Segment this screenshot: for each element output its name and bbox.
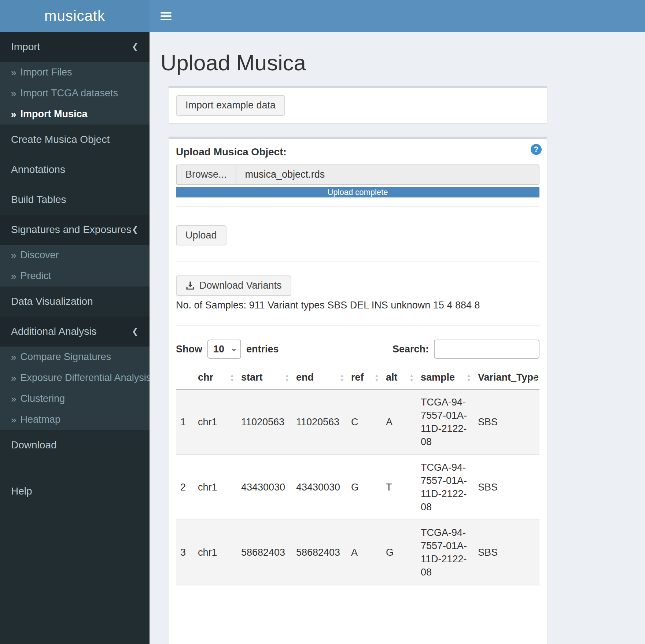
cell-end: 11020563 [292,389,347,455]
sidebar-item-clustering[interactable]: »Clustering [0,388,150,409]
help-icon[interactable]: ? [531,144,542,155]
cell-alt: A [382,389,416,455]
double-chevron-right-icon: » [11,394,15,404]
sidebar-item-label: Predict [20,270,51,282]
sidebar-item-label: Import Files [20,67,72,78]
sidebar-item-compare-signatures[interactable]: »Compare Signatures [0,347,150,367]
import-example-data-button[interactable]: Import example data [176,95,285,116]
download-variants-label: Download Variants [199,280,282,291]
sidebar-item-heatmap[interactable]: »Heatmap [0,409,150,430]
sidebar-item-import-files[interactable]: »Import Files [0,62,150,83]
sort-icons[interactable]: ▲▼ [374,373,379,382]
sort-icons[interactable]: ▲▼ [284,373,290,382]
column-header-end[interactable]: end▲▼ [292,366,347,389]
sidebar-item-annotations[interactable]: Annotations [0,155,150,185]
browse-button[interactable]: Browse... [177,165,236,184]
column-header-variant_type[interactable]: Variant_Type▲▼ [473,366,539,389]
download-icon [185,281,195,290]
sidebar-item-label: Signatures and Exposures [11,224,131,236]
sidebar-item-signatures-and-exposures[interactable]: Signatures and Exposures❮ [0,215,150,245]
column-header-label: chr [198,372,213,383]
sidebar-item-create-musica-object[interactable]: Create Musica Object [0,125,150,155]
page-size-select[interactable]: 10 [207,340,241,359]
sidebar-item-label: Import TCGA datasets [20,88,118,99]
samples-summary-text: No. of Samples: 911 Variant types SBS DE… [176,300,539,311]
sort-descending-icon: ▼ [466,378,471,382]
sort-descending-icon: ▼ [532,378,537,382]
cell-start: 11020563 [237,389,292,455]
sidebar: Import❮»Import Files»Import TCGA dataset… [0,32,150,644]
sidebar-item-import-tcga-datasets[interactable]: »Import TCGA datasets [0,83,150,104]
sort-icons[interactable]: ▲▼ [409,373,414,382]
sidebar-item-label: Additional Analysis [11,326,96,337]
upload-musica-box: ? Upload Musica Object: Browse... musica… [169,137,547,644]
sort-descending-icon: ▼ [409,378,414,382]
sidebar-item-label: Import Musica [20,108,87,120]
sidebar-item-download[interactable]: Download [0,430,150,460]
sidebar-item-discover[interactable]: »Discover [0,245,150,266]
sidebar-item-label: Import [11,41,40,53]
column-header-chr[interactable]: chr▲▼ [194,366,237,389]
column-header-label: end [296,372,314,383]
sidebar-item-label: Data Visualization [11,296,93,307]
cell-sample: TCGA-94-7557-01A-11D-2122-08 [416,389,473,455]
sidebar-item-predict[interactable]: »Predict [0,266,150,286]
app-logo[interactable]: musicatk [0,0,150,32]
sidebar-item-import-musica[interactable]: »Import Musica [0,104,150,125]
column-header-alt[interactable]: alt▲▼ [382,366,416,389]
sidebar-item-label: Heatmap [20,414,60,425]
double-chevron-right-icon: » [11,251,15,260]
cell-sample: TCGA-94-7557-01A-11D-2122-08 [416,455,473,520]
column-header-ref[interactable]: ref▲▼ [347,366,382,389]
page-title: Upload Musica [161,50,645,75]
double-chevron-right-icon: » [11,415,15,425]
sidebar-toggle-button[interactable] [150,0,183,32]
entries-label: entries [246,344,279,355]
divider [176,261,539,262]
column-header-label: alt [386,372,398,383]
download-variants-button[interactable]: Download Variants [176,275,291,296]
sidebar-item-label: Clustering [20,393,65,404]
cell-start: 58682403 [237,520,292,585]
sidebar-item-label: Build Tables [11,194,66,206]
selected-filename[interactable]: musica_object.rds [236,165,539,184]
row-number-header[interactable] [176,366,194,389]
cell-start: 43430030 [237,455,292,520]
chevron-left-icon: ❮ [132,225,139,234]
hamburger-menu-icon [161,12,172,14]
sidebar-item-data-visualization[interactable]: Data Visualization [0,286,150,317]
table-row[interactable]: 2chr14343003043430030GTTCGA-94-7557-01A-… [176,455,539,520]
column-header-start[interactable]: start▲▼ [237,366,292,389]
cell-chr: chr1 [194,520,237,585]
chevron-left-icon: ❮ [132,42,139,52]
sort-icons[interactable]: ▲▼ [339,373,344,382]
upload-progress-bar: Upload complete [176,187,539,197]
sidebar-item-label: Create Musica Object [11,134,110,145]
search-input[interactable] [434,340,539,359]
variants-table: chr▲▼start▲▼end▲▼ref▲▼alt▲▼sample▲▼Varia… [176,366,539,585]
sidebar-item-build-tables[interactable]: Build Tables [0,185,150,215]
upload-button[interactable]: Upload [176,225,226,246]
column-header-label: ref [351,372,364,383]
top-bar: musicatk [0,0,645,32]
sidebar-item-additional-analysis[interactable]: Additional Analysis❮ [0,317,150,347]
double-chevron-right-icon: » [11,68,15,77]
column-header-sample[interactable]: sample▲▼ [416,366,473,389]
sidebar-item-import[interactable]: Import❮ [0,32,150,62]
table-row[interactable]: 1chr11102056311020563CATCGA-94-7557-01A-… [176,389,539,455]
sort-icons[interactable]: ▲▼ [466,373,471,382]
import-example-box: Import example data [169,86,547,123]
table-row[interactable]: 3chr15868240358682403AGTCGA-94-7557-01A-… [176,520,539,585]
sidebar-item-label: Help [11,485,32,497]
content-area: Upload Musica Import example data ? Uplo… [150,32,645,644]
show-label: Show [176,344,202,355]
sidebar-item-exposure-differential-analysis[interactable]: »Exposure Differential Analysis [0,367,150,388]
sort-descending-icon: ▼ [339,378,344,382]
sidebar-item-help[interactable]: Help [0,476,150,506]
sort-icons[interactable]: ▲▼ [532,373,537,382]
sort-icons[interactable]: ▲▼ [229,373,235,382]
cell-ref: A [347,520,382,585]
sort-descending-icon: ▼ [284,378,290,382]
divider [176,325,539,326]
column-header-label: Variant_Type [478,372,539,383]
